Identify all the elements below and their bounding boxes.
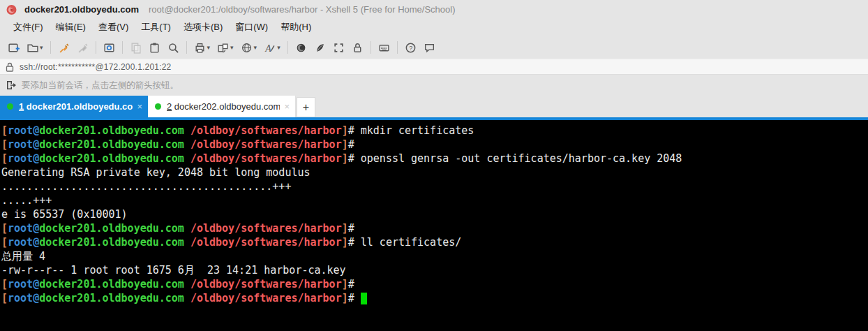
lock-icon [6,62,14,72]
connect-icon [58,42,70,54]
terminal-line: [root@docker201.oldboyedu.com /oldboy/so… [1,124,868,138]
chevron-down-icon[interactable]: ▾ [254,44,257,51]
find-button[interactable] [165,39,182,57]
toolbar-separator [371,41,371,54]
fullscreen-icon [333,42,345,54]
menu-item-5[interactable]: 窗口(W) [229,19,274,36]
find-icon [167,42,179,54]
toolbar-separator [96,41,96,54]
menu-item-3[interactable]: 工具(T) [135,19,177,36]
session-properties-button[interactable] [100,39,118,57]
terminal-line: e is 65537 (0x10001) [1,207,868,221]
virtual-keyboard-icon [378,42,390,54]
terminal-line: [root@docker201.oldboyedu.com /oldboy/so… [1,138,868,152]
terminal-line: [root@docker201.oldboyedu.com /oldboy/so… [1,221,868,235]
new-session-button[interactable] [5,39,22,57]
window-layout-icon [217,42,229,54]
terminal-line: [root@docker201.oldboyedu.com /oldboy/so… [1,291,868,305]
terminal-area[interactable]: [root@docker201.oldboyedu.com /oldboy/so… [0,120,868,331]
tab-close-icon[interactable]: × [137,101,142,112]
print-button[interactable]: ▾ [191,39,214,57]
address-bar[interactable]: ssh://root:***********@172.200.1.201:22 [0,59,868,74]
terminal-cursor [361,293,367,304]
terminal-line: [root@docker201.oldboyedu.com /oldboy/so… [1,235,868,249]
terminal-line: 总用量 4 [1,249,868,263]
menu-item-0[interactable]: 文件(F) [7,19,50,36]
info-bar: 要添加当前会话，点击左侧的箭头按钮。 [0,74,868,96]
chevron-down-icon[interactable]: ▾ [230,44,234,51]
ssh-url: ssh://root:***********@172.200.1.201:22 [20,62,171,72]
menu-bar: 文件(F)编辑(E)查看(V)工具(T)选项卡(B)窗口(W)帮助(H) [0,18,868,36]
chevron-down-icon[interactable]: ▾ [277,44,280,51]
web-browser-button[interactable]: ▾ [238,39,260,57]
shell-button[interactable] [292,39,310,57]
new-session-icon [8,42,20,54]
chevron-down-icon[interactable]: ▾ [207,44,211,51]
open-folder-icon [27,42,38,54]
copy-icon [130,42,142,54]
svg-text:A: A [264,43,271,53]
toolbar-separator [287,41,288,54]
terminal-line: [root@docker201.oldboyedu.com /oldboy/so… [1,152,868,166]
session-tab-docker202.oldboyedu.com[interactable]: 2 docker202.oldboyedu.com× [148,96,296,117]
font-button[interactable]: A▾ [261,39,283,57]
font-icon: A [264,42,276,54]
tab-bar: 1 docker201.oldboyedu.com×2 docker202.ol… [0,96,868,117]
terminal-line: Generating RSA private key, 2048 bit lon… [1,166,868,179]
toolbar-separator [50,41,51,54]
svg-text:?: ? [409,44,412,51]
copy-button [127,39,144,57]
lock-screen-icon [352,42,364,54]
toolbar-separator [397,41,398,54]
session-properties-icon [103,42,115,54]
connected-status-dot [7,103,13,110]
xshell-app-icon [6,3,17,15]
quick-commands-button[interactable] [311,39,329,57]
window-title: docker201.oldboyedu.com [24,4,139,15]
window-layout-button[interactable]: ▾ [214,39,237,57]
new-tab-button[interactable]: + [297,97,315,117]
connect-button[interactable] [55,39,73,57]
help-icon: ? [405,42,417,54]
chevron-down-icon[interactable]: ▾ [40,44,43,51]
web-browser-icon [241,42,253,54]
feedback-button[interactable] [421,39,438,57]
disconnect-button [74,39,91,57]
connected-status-dot [155,103,161,110]
add-session-arrow-icon [6,80,17,91]
tab-label: 2 docker202.oldboyedu.com [167,101,280,112]
menu-item-6[interactable]: 帮助(H) [274,19,317,36]
paste-button[interactable] [146,39,163,57]
toolbar: ▾▾▾▾A▾? [0,36,868,59]
terminal-line: .....+++ [1,193,868,207]
open-folder-button[interactable]: ▾ [24,39,46,57]
print-icon [194,42,206,54]
fullscreen-button[interactable] [330,39,347,57]
tab-close-icon[interactable]: × [284,101,290,112]
window-subtitle: root@docker201:/oldboy/softwares/harbor … [149,4,456,15]
toolbar-separator [186,41,187,54]
disconnect-icon [77,42,89,54]
title-bar: docker201.oldboyedu.com root@docker201:/… [0,0,868,18]
help-button[interactable]: ? [402,39,419,57]
lock-screen-button[interactable] [349,39,366,57]
quick-commands-icon [314,42,326,54]
feedback-icon [424,42,435,54]
menu-item-4[interactable]: 选项卡(B) [177,19,229,36]
menu-item-1[interactable]: 编辑(E) [50,19,92,36]
paste-icon [149,42,160,54]
terminal-line: ........................................… [1,179,868,193]
terminal-line: -rw-r--r-- 1 root root 1675 6月 23 14:21 … [1,263,868,277]
toolbar-separator [122,41,123,54]
tab-label: 1 docker201.oldboyedu.com [19,101,133,112]
info-message: 要添加当前会话，点击左侧的箭头按钮。 [22,80,179,91]
menu-item-2[interactable]: 查看(V) [92,19,135,36]
terminal-line: [root@docker201.oldboyedu.com /oldboy/so… [1,277,868,291]
shell-icon [295,42,307,54]
virtual-keyboard-button[interactable] [375,39,393,57]
session-tab-docker201.oldboyedu.com[interactable]: 1 docker201.oldboyedu.com× [0,96,148,117]
